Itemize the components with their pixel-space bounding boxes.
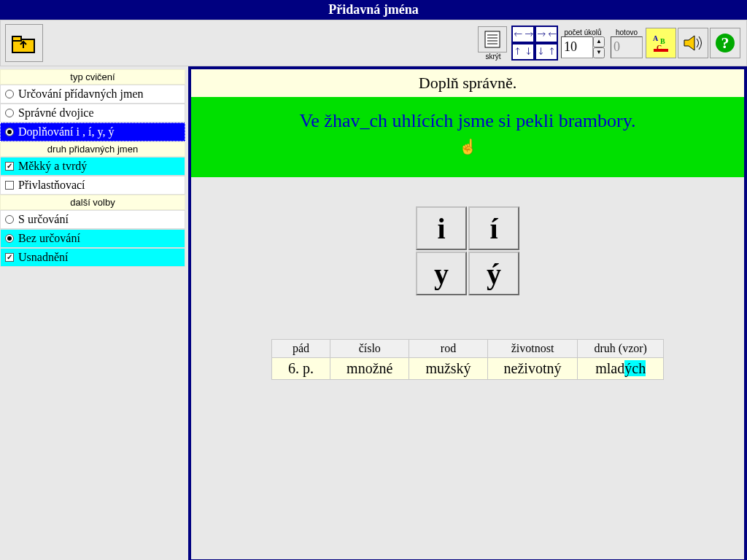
blank-slot[interactable]: _	[360, 110, 369, 131]
svg-rect-10	[654, 49, 668, 52]
abc-button[interactable]: ABC	[646, 28, 676, 58]
hide-button[interactable]	[478, 26, 507, 52]
radio-icon	[5, 109, 14, 117]
td-druh: mladých	[578, 358, 663, 380]
done-count-group: hotovo	[611, 28, 643, 58]
sidebar-item-label: Bez určování	[18, 232, 80, 245]
sidebar-item-label: Doplňování i , í, y, ý	[18, 125, 114, 139]
help-button[interactable]: ?	[710, 28, 740, 58]
task-count-down[interactable]: ▼	[593, 47, 605, 58]
sidebar-header-3: další volby	[0, 195, 185, 210]
arrows-h-in[interactable]: 🡒 🡐	[535, 26, 558, 43]
th-druh: druh (vzor)	[578, 340, 663, 358]
svg-rect-1	[12, 36, 21, 41]
sidebar-item-label: Správné dvojice	[18, 106, 94, 120]
sentence-box: Ve žhav_ch uhlících jsme si pekli brambo…	[191, 97, 744, 177]
task-count-label: počet úkolů	[564, 28, 601, 36]
sidebar-item-label: Usnadnění	[18, 251, 68, 264]
done-count-display	[611, 36, 643, 58]
svg-text:?: ?	[721, 34, 729, 52]
hide-button-group: skrýt	[478, 26, 508, 61]
svg-marker-11	[684, 36, 694, 50]
check-icon	[5, 162, 14, 171]
sidebar-item-label: Přivlastňovací	[18, 179, 85, 192]
toolbar: skrýt 🡐 🡒 🡑 🡓 🡒 🡐 🡓 🡑 počet úkolů ▲ ▼ ho…	[0, 20, 747, 66]
td-rod: mužský	[409, 358, 487, 380]
sidebar: typ cvičení Určování přídavných jmenSprá…	[0, 66, 188, 560]
radio-icon	[5, 215, 14, 224]
sidebar-item[interactable]: Správné dvojice	[0, 104, 185, 122]
task-count-group: počet úkolů ▲ ▼	[561, 28, 605, 58]
sidebar-item-label: S určování	[18, 213, 69, 226]
sidebar-item[interactable]: Určování přídavných jmen	[0, 85, 185, 104]
letter-grid: i í y ý	[416, 206, 519, 295]
th-rod: rod	[409, 340, 487, 358]
app-title: Přidavná jména	[328, 2, 419, 17]
arrows-v-out[interactable]: 🡑 🡓	[511, 43, 535, 61]
done-label: hotovo	[616, 28, 638, 36]
grammar-table: pád číslo rod životnost druh (vzor) 6. p…	[271, 339, 664, 380]
svg-rect-2	[485, 31, 500, 47]
expand-arrows-2: 🡒 🡐 🡓 🡑	[535, 26, 558, 61]
sidebar-item[interactable]: Měkký a tvrdý	[0, 157, 185, 176]
pointer-icon: ☝	[459, 138, 477, 155]
sidebar-item[interactable]: Usnadnění	[0, 248, 185, 267]
th-zivotnost: životnost	[487, 340, 578, 358]
letter-i-button[interactable]: i	[416, 206, 467, 250]
sidebar-item[interactable]: Bez určování	[0, 229, 185, 248]
task-count-input[interactable]	[561, 36, 593, 58]
title-bar: Přidavná jména	[0, 0, 747, 20]
check-icon	[5, 181, 14, 190]
td-cislo: množné	[330, 358, 409, 380]
th-pad: pád	[272, 340, 330, 358]
sidebar-header-2: druh přidavných jmen	[0, 141, 185, 157]
arrows-v-in[interactable]: 🡓 🡑	[535, 43, 558, 61]
td-pad: 6. p.	[272, 358, 330, 380]
folder-up-button[interactable]	[5, 24, 43, 62]
letter-y-acute-button[interactable]: ý	[468, 252, 519, 295]
radio-icon	[5, 128, 14, 136]
main-panel: Doplň správně. Ve žhav_ch uhlících jsme …	[188, 66, 747, 560]
td-zivotnost: neživotný	[487, 358, 578, 380]
sidebar-item-label: Měkký a tvrdý	[18, 160, 87, 173]
th-cislo: číslo	[330, 340, 409, 358]
task-count-up[interactable]: ▲	[593, 36, 605, 47]
sidebar-item[interactable]: Doplňování i , í, y, ý	[0, 122, 185, 141]
sidebar-item[interactable]: Přivlastňovací	[0, 176, 185, 195]
sound-button[interactable]	[678, 28, 708, 58]
expand-arrows-1: 🡐 🡒 🡑 🡓	[511, 26, 535, 61]
arrows-h-out[interactable]: 🡐 🡒	[511, 26, 535, 43]
sidebar-header-1: typ cvičení	[0, 69, 185, 85]
check-icon	[5, 253, 14, 262]
letter-i-acute-button[interactable]: í	[468, 206, 519, 250]
sentence: Ve žhav_ch uhlících jsme si pekli brambo…	[299, 110, 635, 131]
svg-text:A: A	[653, 34, 659, 42]
highlight-suffix: ých	[624, 360, 646, 376]
hide-label: skrýt	[485, 52, 500, 61]
sidebar-item[interactable]: S určování	[0, 210, 185, 229]
radio-icon	[5, 234, 14, 243]
instruction-text: Doplň správně.	[191, 69, 744, 97]
sidebar-item-label: Určování přídavných jmen	[18, 88, 144, 101]
letter-y-button[interactable]: y	[416, 252, 467, 295]
radio-icon	[5, 90, 14, 98]
